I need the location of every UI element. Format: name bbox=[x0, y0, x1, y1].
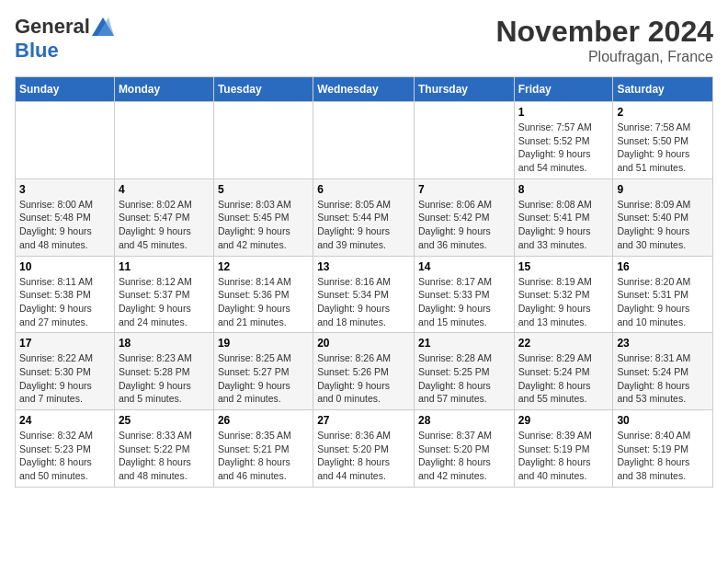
day-number: 23 bbox=[617, 337, 709, 350]
day-info: Sunrise: 8:35 AM Sunset: 5:21 PM Dayligh… bbox=[218, 429, 309, 483]
day-number: 4 bbox=[119, 183, 210, 196]
calendar-cell: 22Sunrise: 8:29 AM Sunset: 5:24 PM Dayli… bbox=[514, 333, 613, 410]
calendar-cell: 28Sunrise: 8:37 AM Sunset: 5:20 PM Dayli… bbox=[414, 410, 514, 488]
day-info: Sunrise: 7:58 AM Sunset: 5:50 PM Dayligh… bbox=[617, 121, 709, 175]
calendar-cell: 20Sunrise: 8:26 AM Sunset: 5:26 PM Dayli… bbox=[313, 333, 415, 410]
day-number: 25 bbox=[119, 414, 210, 427]
day-info: Sunrise: 8:14 AM Sunset: 5:36 PM Dayligh… bbox=[218, 275, 309, 329]
calendar-cell bbox=[313, 102, 415, 179]
header-day-friday: Friday bbox=[514, 77, 613, 102]
day-number: 2 bbox=[617, 106, 709, 119]
day-number: 28 bbox=[418, 414, 510, 427]
calendar-cell bbox=[414, 102, 514, 179]
day-number: 16 bbox=[617, 260, 709, 273]
day-info: Sunrise: 8:31 AM Sunset: 5:24 PM Dayligh… bbox=[617, 351, 709, 406]
calendar-cell: 21Sunrise: 8:28 AM Sunset: 5:25 PM Dayli… bbox=[414, 333, 514, 410]
title-block: November 2024 Ploufragan, France bbox=[495, 15, 713, 65]
page-header: General Blue November 2024 Ploufragan, F… bbox=[15, 15, 713, 65]
day-info: Sunrise: 8:17 AM Sunset: 5:33 PM Dayligh… bbox=[418, 275, 510, 329]
calendar-cell: 1Sunrise: 7:57 AM Sunset: 5:52 PM Daylig… bbox=[514, 102, 613, 179]
calendar-body: 1Sunrise: 7:57 AM Sunset: 5:52 PM Daylig… bbox=[16, 102, 713, 488]
header-row: SundayMondayTuesdayWednesdayThursdayFrid… bbox=[16, 77, 713, 102]
day-info: Sunrise: 8:22 AM Sunset: 5:30 PM Dayligh… bbox=[19, 351, 110, 406]
header-day-tuesday: Tuesday bbox=[213, 77, 313, 102]
day-info: Sunrise: 8:06 AM Sunset: 5:42 PM Dayligh… bbox=[418, 198, 510, 252]
calendar-cell: 9Sunrise: 8:09 AM Sunset: 5:40 PM Daylig… bbox=[613, 178, 713, 256]
day-number: 8 bbox=[518, 183, 609, 196]
day-info: Sunrise: 8:25 AM Sunset: 5:27 PM Dayligh… bbox=[218, 351, 309, 406]
calendar-cell: 25Sunrise: 8:33 AM Sunset: 5:22 PM Dayli… bbox=[114, 410, 213, 488]
day-info: Sunrise: 8:16 AM Sunset: 5:34 PM Dayligh… bbox=[317, 275, 410, 329]
day-info: Sunrise: 8:11 AM Sunset: 5:38 PM Dayligh… bbox=[19, 275, 110, 329]
calendar-cell bbox=[114, 102, 213, 179]
calendar-cell: 18Sunrise: 8:23 AM Sunset: 5:28 PM Dayli… bbox=[114, 333, 213, 410]
calendar-cell: 4Sunrise: 8:02 AM Sunset: 5:47 PM Daylig… bbox=[114, 178, 213, 256]
calendar-cell: 27Sunrise: 8:36 AM Sunset: 5:20 PM Dayli… bbox=[313, 410, 415, 488]
calendar-cell: 29Sunrise: 8:39 AM Sunset: 5:19 PM Dayli… bbox=[514, 410, 613, 488]
day-info: Sunrise: 7:57 AM Sunset: 5:52 PM Dayligh… bbox=[518, 121, 609, 175]
calendar-cell: 15Sunrise: 8:19 AM Sunset: 5:32 PM Dayli… bbox=[514, 256, 613, 333]
calendar-cell: 23Sunrise: 8:31 AM Sunset: 5:24 PM Dayli… bbox=[613, 333, 713, 410]
day-number: 15 bbox=[518, 260, 609, 273]
day-number: 7 bbox=[418, 183, 510, 196]
day-number: 11 bbox=[119, 260, 210, 273]
day-info: Sunrise: 8:03 AM Sunset: 5:45 PM Dayligh… bbox=[218, 198, 309, 252]
day-number: 27 bbox=[317, 414, 410, 427]
day-info: Sunrise: 8:23 AM Sunset: 5:28 PM Dayligh… bbox=[119, 351, 210, 406]
calendar-cell: 11Sunrise: 8:12 AM Sunset: 5:37 PM Dayli… bbox=[114, 256, 213, 333]
week-row-4: 17Sunrise: 8:22 AM Sunset: 5:30 PM Dayli… bbox=[16, 333, 713, 410]
calendar-cell: 24Sunrise: 8:32 AM Sunset: 5:23 PM Dayli… bbox=[16, 410, 115, 488]
calendar-cell: 8Sunrise: 8:08 AM Sunset: 5:41 PM Daylig… bbox=[514, 178, 613, 256]
calendar-cell: 10Sunrise: 8:11 AM Sunset: 5:38 PM Dayli… bbox=[16, 256, 115, 333]
day-number: 17 bbox=[19, 337, 110, 350]
calendar-cell: 6Sunrise: 8:05 AM Sunset: 5:44 PM Daylig… bbox=[313, 178, 415, 256]
day-info: Sunrise: 8:00 AM Sunset: 5:48 PM Dayligh… bbox=[19, 198, 110, 252]
day-number: 19 bbox=[218, 337, 309, 350]
day-number: 10 bbox=[19, 260, 110, 273]
header-day-saturday: Saturday bbox=[613, 77, 713, 102]
day-info: Sunrise: 8:08 AM Sunset: 5:41 PM Dayligh… bbox=[518, 198, 609, 252]
day-info: Sunrise: 8:05 AM Sunset: 5:44 PM Dayligh… bbox=[317, 198, 410, 252]
calendar-cell: 14Sunrise: 8:17 AM Sunset: 5:33 PM Dayli… bbox=[414, 256, 514, 333]
month-title: November 2024 bbox=[495, 15, 713, 49]
day-number: 9 bbox=[617, 183, 709, 196]
day-number: 24 bbox=[19, 414, 110, 427]
day-number: 18 bbox=[119, 337, 210, 350]
calendar-cell: 30Sunrise: 8:40 AM Sunset: 5:19 PM Dayli… bbox=[613, 410, 713, 488]
day-info: Sunrise: 8:12 AM Sunset: 5:37 PM Dayligh… bbox=[119, 275, 210, 329]
day-info: Sunrise: 8:36 AM Sunset: 5:20 PM Dayligh… bbox=[317, 429, 410, 483]
day-number: 21 bbox=[418, 337, 510, 350]
calendar-table: SundayMondayTuesdayWednesdayThursdayFrid… bbox=[15, 76, 713, 488]
header-day-monday: Monday bbox=[114, 77, 213, 102]
day-number: 6 bbox=[317, 183, 410, 196]
day-number: 22 bbox=[518, 337, 609, 350]
logo-general-text: General bbox=[15, 15, 90, 39]
day-info: Sunrise: 8:19 AM Sunset: 5:32 PM Dayligh… bbox=[518, 275, 609, 329]
day-number: 14 bbox=[418, 260, 510, 273]
calendar-cell: 26Sunrise: 8:35 AM Sunset: 5:21 PM Dayli… bbox=[213, 410, 313, 488]
calendar-cell: 3Sunrise: 8:00 AM Sunset: 5:48 PM Daylig… bbox=[16, 178, 115, 256]
day-info: Sunrise: 8:26 AM Sunset: 5:26 PM Dayligh… bbox=[317, 351, 410, 406]
day-info: Sunrise: 8:32 AM Sunset: 5:23 PM Dayligh… bbox=[19, 429, 110, 483]
calendar-cell: 7Sunrise: 8:06 AM Sunset: 5:42 PM Daylig… bbox=[414, 178, 514, 256]
calendar-cell bbox=[16, 102, 115, 179]
calendar-cell: 2Sunrise: 7:58 AM Sunset: 5:50 PM Daylig… bbox=[613, 102, 713, 179]
logo: General Blue bbox=[15, 15, 114, 63]
day-info: Sunrise: 8:40 AM Sunset: 5:19 PM Dayligh… bbox=[617, 429, 709, 483]
calendar-cell: 17Sunrise: 8:22 AM Sunset: 5:30 PM Dayli… bbox=[16, 333, 115, 410]
week-row-1: 1Sunrise: 7:57 AM Sunset: 5:52 PM Daylig… bbox=[16, 102, 713, 179]
day-info: Sunrise: 8:37 AM Sunset: 5:20 PM Dayligh… bbox=[418, 429, 510, 483]
day-info: Sunrise: 8:39 AM Sunset: 5:19 PM Dayligh… bbox=[518, 429, 609, 483]
calendar-cell: 19Sunrise: 8:25 AM Sunset: 5:27 PM Dayli… bbox=[213, 333, 313, 410]
header-day-wednesday: Wednesday bbox=[313, 77, 415, 102]
location: Ploufragan, France bbox=[495, 49, 713, 65]
day-info: Sunrise: 8:20 AM Sunset: 5:31 PM Dayligh… bbox=[617, 275, 709, 329]
header-day-sunday: Sunday bbox=[16, 77, 115, 102]
week-row-5: 24Sunrise: 8:32 AM Sunset: 5:23 PM Dayli… bbox=[16, 410, 713, 488]
calendar-cell: 5Sunrise: 8:03 AM Sunset: 5:45 PM Daylig… bbox=[213, 178, 313, 256]
week-row-2: 3Sunrise: 8:00 AM Sunset: 5:48 PM Daylig… bbox=[16, 178, 713, 256]
day-number: 12 bbox=[218, 260, 309, 273]
day-number: 5 bbox=[218, 183, 309, 196]
day-number: 20 bbox=[317, 337, 410, 350]
day-number: 1 bbox=[518, 106, 609, 119]
